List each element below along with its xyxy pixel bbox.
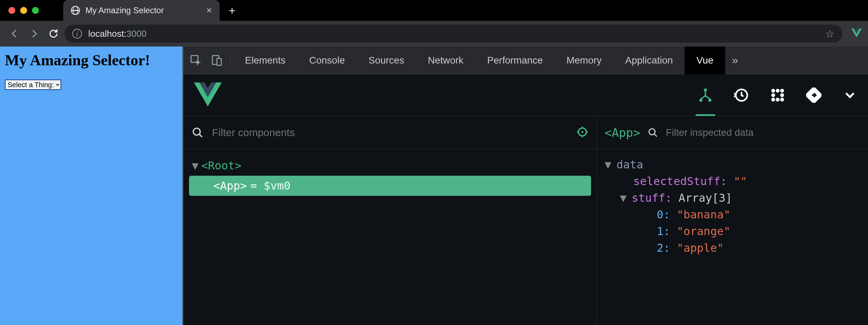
svg-point-15	[780, 93, 784, 97]
site-info-icon[interactable]: i	[72, 29, 82, 39]
svg-point-11	[771, 89, 775, 92]
svg-point-7	[704, 88, 707, 91]
vue-logo-icon	[194, 81, 222, 110]
inspector-header: <App>	[597, 116, 868, 149]
vue-extension-icon[interactable]	[851, 28, 862, 39]
vue-devtools-panel: ▼ <Root> <App> = $vm0 <App>	[183, 74, 868, 325]
section-label: data	[616, 158, 643, 171]
data-value: ""	[734, 175, 747, 188]
inspector-filter-input[interactable]	[666, 127, 860, 138]
svg-point-18	[780, 98, 784, 101]
address-bar[interactable]: i localhost:3000 ☆	[65, 25, 842, 43]
inspector-section-data[interactable]: ▼data	[605, 156, 868, 173]
tab-application[interactable]: Application	[613, 47, 685, 74]
vuex-history-icon[interactable]	[734, 88, 749, 103]
select-in-page-icon[interactable]	[576, 126, 588, 139]
tree-node-label: <App>	[213, 179, 247, 192]
new-tab-button[interactable]: +	[229, 4, 236, 17]
svg-point-8	[699, 99, 703, 102]
tab-elements[interactable]: Elements	[233, 47, 297, 74]
tabs-overflow-icon[interactable]: »	[725, 54, 745, 67]
tab-memory[interactable]: Memory	[555, 47, 613, 74]
caret-down-icon[interactable]: ▼	[605, 156, 613, 173]
svg-point-13	[780, 89, 784, 92]
svg-point-28	[649, 128, 655, 135]
svg-point-23	[581, 131, 583, 133]
caret-down-icon[interactable]: ▼	[620, 190, 628, 206]
array-value: "orange"	[677, 225, 730, 238]
array-index: 2:	[657, 241, 670, 255]
svg-line-29	[654, 134, 657, 136]
search-icon	[192, 127, 204, 139]
svg-rect-4	[217, 58, 221, 65]
url-text: localhost:3000	[88, 28, 147, 39]
svg-point-12	[776, 89, 780, 92]
separator	[230, 54, 230, 67]
devtools-panel: Elements Console Sources Network Perform…	[182, 47, 868, 325]
svg-point-17	[776, 98, 780, 101]
array-index: 1:	[657, 225, 670, 238]
back-button[interactable]	[6, 25, 23, 42]
inspector-body: ▼data selectedStuff: "" ▼stuff: Array[3]…	[597, 149, 868, 256]
svg-point-20	[193, 128, 200, 135]
forward-button[interactable]	[26, 25, 42, 42]
caret-down-icon[interactable]: ▼	[192, 159, 198, 172]
tab-network[interactable]: Network	[416, 47, 475, 74]
svg-point-16	[771, 98, 775, 101]
svg-point-9	[708, 99, 711, 102]
tab-sources[interactable]: Sources	[357, 47, 416, 74]
inspector-pane: <App> ▼data selectedStuff: "" ▼stuff: Ar…	[597, 116, 868, 325]
browser-tab[interactable]: My Amazing Selector ×	[63, 0, 220, 21]
inspect-element-icon[interactable]	[186, 50, 206, 71]
data-type: Array[3]	[679, 191, 732, 205]
url-host: localhost:	[88, 28, 126, 39]
bookmark-star-icon[interactable]: ☆	[825, 28, 835, 40]
traffic-lights	[0, 7, 39, 14]
page-viewport: My Amazing Selector! Select a Thing:	[0, 47, 182, 325]
component-filter-bar	[183, 116, 597, 149]
tree-node-root[interactable]: ▼ <Root>	[189, 156, 591, 176]
window-titlebar: My Amazing Selector × +	[0, 0, 868, 21]
globe-icon	[71, 6, 80, 15]
array-index: 0:	[657, 208, 670, 221]
data-key: selectedStuff:	[633, 175, 727, 188]
components-view-icon[interactable]	[698, 88, 713, 103]
tree-node-ref: = $vm0	[250, 179, 290, 192]
device-toggle-icon[interactable]	[206, 50, 227, 71]
routing-view-icon[interactable]	[806, 88, 821, 103]
tab-console[interactable]: Console	[297, 47, 357, 74]
data-stuff-row[interactable]: ▼stuff: Array[3]	[605, 190, 868, 206]
component-tree-pane: ▼ <Root> <App> = $vm0	[183, 116, 597, 325]
array-item-row[interactable]: 1: "orange"	[605, 223, 868, 240]
array-item-row[interactable]: 0: "banana"	[605, 206, 868, 223]
window-zoom-button[interactable]	[32, 7, 39, 14]
tab-title: My Amazing Selector	[85, 6, 201, 15]
window-close-button[interactable]	[8, 7, 15, 14]
vue-panel-header	[183, 74, 868, 116]
array-item-row[interactable]: 2: "apple"	[605, 240, 868, 256]
inspector-selected-component: <App>	[605, 126, 640, 140]
array-value: "apple"	[677, 241, 724, 255]
tab-close-button[interactable]: ×	[206, 5, 212, 16]
svg-point-14	[771, 93, 775, 97]
search-icon	[648, 127, 658, 138]
array-value: "banana"	[677, 208, 730, 221]
thing-selector[interactable]: Select a Thing:	[5, 80, 61, 90]
tree-node-app[interactable]: <App> = $vm0	[189, 176, 591, 196]
panel-menu-chevron-icon[interactable]	[842, 88, 858, 103]
data-selectedstuff-row[interactable]: selectedStuff: ""	[605, 173, 868, 190]
tab-vue[interactable]: Vue	[685, 47, 725, 74]
data-key: stuff:	[632, 191, 672, 205]
reload-button[interactable]	[45, 25, 62, 42]
component-filter-input[interactable]	[212, 127, 568, 139]
window-minimize-button[interactable]	[20, 7, 27, 14]
browser-toolbar: i localhost:3000 ☆	[0, 21, 868, 47]
devtools-tabstrip: Elements Console Sources Network Perform…	[183, 47, 868, 74]
tree-node-label: <Root>	[201, 159, 241, 172]
tab-performance[interactable]: Performance	[475, 47, 555, 74]
events-view-icon[interactable]	[770, 88, 785, 103]
component-tree: ▼ <Root> <App> = $vm0	[183, 149, 597, 202]
svg-line-21	[199, 134, 202, 137]
url-port: 3000	[126, 28, 147, 39]
page-heading: My Amazing Selector!	[5, 51, 178, 69]
